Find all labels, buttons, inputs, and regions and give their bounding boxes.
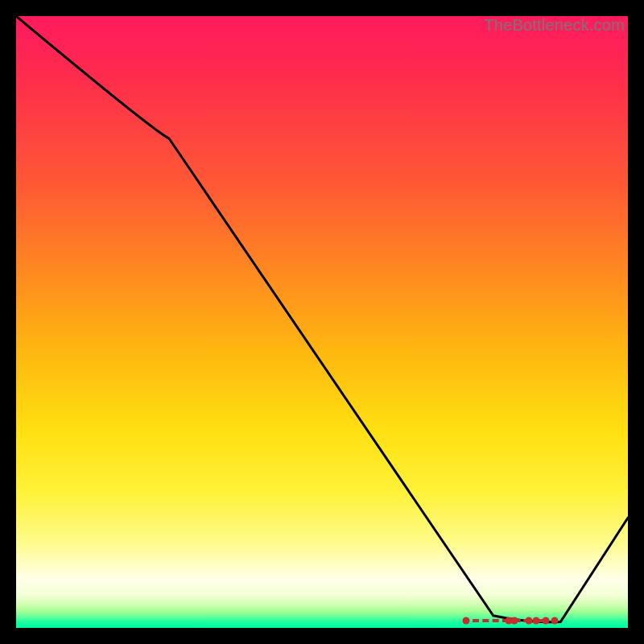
optimal-point [551,617,558,625]
bottleneck-curve [16,16,628,628]
chart-frame: TheBottleneck.com [0,0,644,644]
optimal-point [533,617,540,625]
plot-area: TheBottleneck.com [16,16,628,628]
optimal-point [511,617,518,625]
optimal-point [462,617,469,625]
optimal-point [543,617,550,625]
optimal-point [525,617,532,625]
optimal-range-dash [473,619,509,622]
